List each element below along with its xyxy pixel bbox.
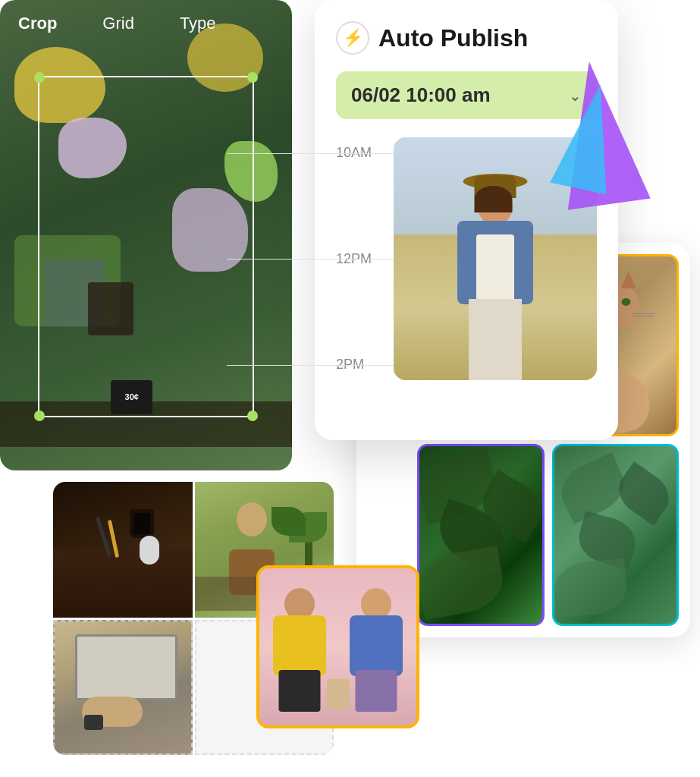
- grid-photo-workspace: [53, 482, 193, 618]
- crop-handle-top-right[interactable]: [247, 72, 258, 83]
- crop-handle-bottom-left[interactable]: [34, 411, 45, 421]
- overlay-photo-women: [256, 565, 419, 728]
- time-label-12pm: 12PM: [336, 251, 381, 267]
- lightning-icon-wrapper: ⚡: [336, 21, 369, 55]
- type-tab[interactable]: Type: [180, 14, 216, 33]
- auto-publish-card: ⚡ Auto Publish 06/02 10:00 am ⌄ 10AM 12P…: [315, 0, 618, 440]
- time-label-10am: 10AM: [336, 145, 381, 161]
- grid-photo-laptop: [53, 620, 193, 756]
- auto-publish-title: Auto Publish: [378, 24, 528, 52]
- schedule-img-bottom-left: [417, 444, 545, 626]
- schedule-img-bottom-right: [552, 444, 680, 626]
- main-scene: 30¢ Crop Grid Type ⚡ Auto Publish 06/02 …: [0, 0, 700, 777]
- crop-handle-bottom-right[interactable]: [247, 411, 258, 421]
- triangle-decoration: [550, 61, 641, 212]
- auto-publish-header: ⚡ Auto Publish: [336, 21, 597, 55]
- crop-selection-box[interactable]: [38, 76, 254, 417]
- crop-panel: 30¢ Crop Grid Type: [0, 0, 292, 470]
- crop-toolbar: Crop Grid Type: [0, 0, 292, 47]
- selected-date-text: 06/02 10:00 am: [351, 83, 491, 107]
- crop-tab[interactable]: Crop: [18, 14, 57, 33]
- grid-tab[interactable]: Grid: [102, 14, 134, 33]
- crop-handle-top-left[interactable]: [34, 72, 45, 83]
- time-label-2pm: 2PM: [336, 357, 381, 373]
- lightning-icon: ⚡: [343, 28, 363, 48]
- time-labels: 10AM 12PM 2PM: [336, 137, 381, 380]
